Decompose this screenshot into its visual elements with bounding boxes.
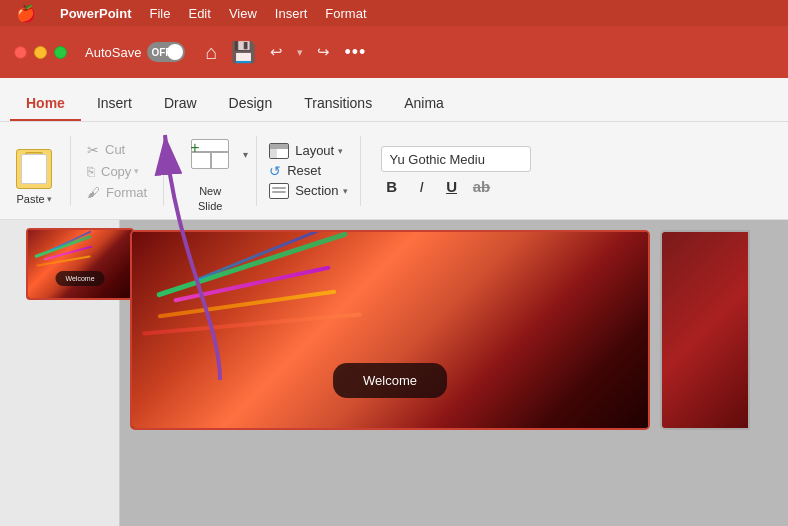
- main-slide-wrapper: Welcome: [130, 230, 650, 430]
- paste-group: Paste ▾: [10, 137, 58, 205]
- new-slide-chevron-icon[interactable]: ▾: [243, 149, 248, 160]
- font-group: Yu Gothic Mediu B I U ab: [373, 142, 539, 199]
- layout-button[interactable]: Layout ▾: [269, 143, 347, 159]
- copy-icon: ⎘: [87, 164, 95, 179]
- separator-1: [70, 136, 71, 206]
- section-label-row: Section ▾: [295, 183, 347, 198]
- tab-insert[interactable]: Insert: [81, 87, 148, 121]
- menubar-insert[interactable]: Insert: [275, 6, 308, 21]
- format-paint-button[interactable]: 🖌 Format: [83, 183, 151, 202]
- traffic-lights: [14, 46, 67, 59]
- italic-button[interactable]: I: [411, 178, 433, 195]
- section-button[interactable]: Section ▾: [269, 183, 347, 199]
- main-slide-area: Welcome: [120, 220, 788, 526]
- new-slide-button[interactable]: + ▾: [182, 128, 238, 180]
- separator-3: [256, 136, 257, 206]
- copy-row: Copy ▾: [101, 164, 139, 179]
- slide-thumbnail[interactable]: Welcome: [26, 228, 134, 300]
- tab-draw[interactable]: Draw: [148, 87, 213, 121]
- paste-button[interactable]: [10, 137, 58, 189]
- slide-thumb-wrapper: 1 Welcome: [6, 228, 113, 300]
- cut-label: Cut: [105, 142, 125, 157]
- close-button[interactable]: [14, 46, 27, 59]
- right-slide-partial: [660, 230, 750, 430]
- new-slide-label: New Slide: [198, 184, 222, 213]
- titlebar-icons: ⌂ 💾 ↩ ▾ ↪ •••: [205, 40, 366, 64]
- tab-design[interactable]: Design: [213, 87, 289, 121]
- paste-icon: [10, 137, 58, 189]
- layout-label-row: Layout ▾: [295, 143, 343, 158]
- font-controls: B I U ab: [381, 178, 531, 195]
- menubar-powerpoint[interactable]: PowerPoint: [60, 6, 132, 21]
- format-paint-icon: 🖌: [87, 185, 100, 200]
- layout-group: Layout ▾ ↺ Reset Section ▾: [269, 139, 347, 203]
- paste-label-row: Paste ▾: [16, 193, 51, 205]
- right-slide-inner: [662, 232, 748, 428]
- menubar-format[interactable]: Format: [325, 6, 366, 21]
- cut-button[interactable]: ✂ Cut: [83, 140, 151, 160]
- reset-icon: ↺: [269, 163, 281, 179]
- separator-4: [360, 136, 361, 206]
- ribbon-toolbar: Paste ▾ ✂ Cut ⎘ Copy ▾ 🖌 Format: [0, 122, 788, 220]
- menubar-file[interactable]: File: [150, 6, 171, 21]
- layout-icon: [269, 143, 289, 159]
- section-label: Section: [295, 183, 338, 198]
- undo-icon[interactable]: ↩: [270, 43, 283, 61]
- separator-2: [163, 136, 164, 206]
- autosave-toggle[interactable]: OFF: [147, 42, 185, 62]
- menubar-edit[interactable]: Edit: [188, 6, 210, 21]
- home-icon[interactable]: ⌂: [205, 41, 217, 64]
- cut-icon: ✂: [87, 142, 99, 158]
- section-icon: [269, 183, 289, 199]
- font-name-input[interactable]: Yu Gothic Mediu: [381, 146, 531, 172]
- welcome-box-thumb: Welcome: [55, 271, 104, 286]
- minimize-button[interactable]: [34, 46, 47, 59]
- tab-transitions[interactable]: Transitions: [288, 87, 388, 121]
- apple-logo-icon: 🍎: [16, 4, 36, 23]
- menubar-view[interactable]: View: [229, 6, 257, 21]
- new-slide-icon: +: [191, 139, 229, 169]
- more-options-icon[interactable]: •••: [344, 42, 366, 63]
- autosave-label: AutoSave: [85, 45, 141, 60]
- ribbon-tabs: Home Insert Draw Design Transitions Anim…: [0, 78, 788, 122]
- copy-dropdown-icon[interactable]: ▾: [134, 166, 139, 176]
- section-chevron-icon: ▾: [343, 186, 348, 196]
- save-icon[interactable]: 💾: [231, 40, 256, 64]
- strikethrough-button[interactable]: ab: [471, 178, 493, 195]
- undo-chevron-icon[interactable]: ▾: [297, 46, 303, 59]
- redo-icon[interactable]: ↪: [317, 43, 330, 61]
- reset-label: Reset: [287, 163, 321, 178]
- slide-thumb-inner: Welcome: [28, 230, 132, 298]
- tab-animations[interactable]: Anima: [388, 87, 460, 121]
- autosave-area: AutoSave OFF: [85, 42, 185, 62]
- clipboard-paper: [21, 154, 47, 184]
- main-slide[interactable]: Welcome: [130, 230, 650, 430]
- reset-button[interactable]: ↺ Reset: [269, 163, 347, 179]
- bold-button[interactable]: B: [381, 178, 403, 195]
- format-paint-label: Format: [106, 185, 147, 200]
- main-streak-green: [156, 232, 348, 298]
- plus-icon: +: [190, 140, 199, 156]
- clipboard-group: ✂ Cut ⎘ Copy ▾ 🖌 Format: [83, 136, 151, 206]
- slide-divider-v: [210, 151, 212, 168]
- slides-panel: 1 Welcome: [0, 220, 120, 526]
- copy-label: Copy: [101, 164, 131, 179]
- paste-dropdown-icon[interactable]: ▾: [47, 194, 52, 204]
- main-streak-orange: [158, 289, 337, 318]
- layout-label: Layout: [295, 143, 334, 158]
- clipboard-body: [16, 149, 52, 189]
- paste-label: Paste: [16, 193, 44, 205]
- welcome-box-main: Welcome: [333, 363, 447, 398]
- underline-button[interactable]: U: [441, 178, 463, 195]
- main-slide-inner: Welcome: [132, 232, 648, 428]
- layout-chevron-icon: ▾: [338, 146, 343, 156]
- new-slide-group: + ▾ New Slide: [176, 128, 244, 213]
- mac-menubar: 🍎 PowerPoint File Edit View Insert Forma…: [0, 0, 788, 26]
- copy-button[interactable]: ⎘ Copy ▾: [83, 162, 151, 181]
- tab-home[interactable]: Home: [10, 87, 81, 121]
- content-area: 1 Welcome: [0, 220, 788, 526]
- titlebar: AutoSave OFF ⌂ 💾 ↩ ▾ ↪ •••: [0, 26, 788, 78]
- maximize-button[interactable]: [54, 46, 67, 59]
- streak-orange: [36, 255, 91, 267]
- toggle-knob: [167, 44, 183, 60]
